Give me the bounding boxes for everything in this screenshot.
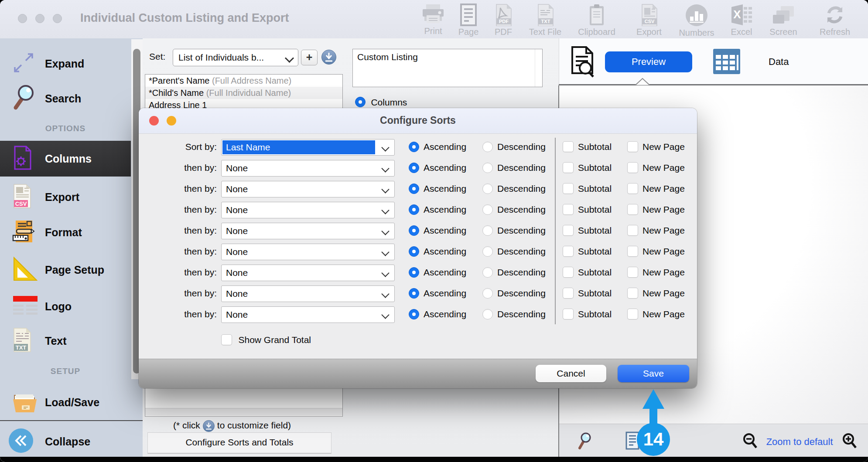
toolbar-refresh-button[interactable]: Refresh (814, 3, 856, 37)
search-icon (11, 83, 39, 114)
preview-status-bar: Zoom to default (559, 424, 868, 457)
show-grand-total-checkbox[interactable] (221, 334, 232, 345)
sidebar-item-collapse[interactable]: Collapse (0, 421, 131, 462)
descending-radio[interactable] (482, 246, 493, 257)
sort-field-value: None (222, 266, 375, 280)
columns-icon (11, 145, 34, 173)
ascending-radio[interactable] (409, 267, 419, 278)
subtotal-checkbox[interactable] (563, 246, 574, 257)
new-page-checkbox[interactable] (627, 162, 638, 173)
sort-field-select[interactable]: None (221, 181, 395, 197)
window-minimize-button[interactable] (35, 14, 44, 23)
sidebar-item-export[interactable]: CSV Export (0, 179, 131, 215)
subtotal-checkbox[interactable] (563, 141, 574, 152)
sidebar-item-columns[interactable]: Columns (0, 141, 131, 177)
txt-badge-text: TXT (541, 19, 550, 24)
ascending-radio[interactable] (409, 288, 419, 299)
chevron-down-icon (381, 248, 389, 256)
field-list-item[interactable]: *Child's Name (Full Individual Name) (145, 87, 342, 99)
sort-field-select[interactable]: None (221, 202, 395, 218)
ascending-radio[interactable] (409, 163, 419, 173)
descending-radio[interactable] (482, 288, 493, 299)
ascending-radio[interactable] (409, 204, 419, 215)
descending-radio[interactable] (482, 309, 493, 319)
columns-radio[interactable] (355, 97, 366, 107)
ascending-radio[interactable] (409, 183, 419, 194)
sidebar-item-page-setup[interactable]: Page Setup (0, 252, 131, 288)
save-button[interactable]: Save (618, 365, 689, 382)
customize-field-button[interactable] (321, 50, 336, 65)
cancel-button[interactable]: Cancel (536, 365, 606, 382)
zoom-out-icon[interactable] (742, 443, 758, 451)
window-zoom-button[interactable] (53, 14, 62, 23)
add-set-button[interactable]: + (301, 50, 318, 65)
window-close-button[interactable] (18, 14, 27, 23)
toolbar-pdf-button[interactable]: PDF PDF (482, 3, 524, 37)
subtotal-checkbox[interactable] (563, 288, 574, 299)
new-page-checkbox[interactable] (627, 288, 638, 299)
subtotal-checkbox[interactable] (563, 162, 574, 173)
descending-radio[interactable] (482, 225, 493, 236)
sort-field-select[interactable]: None (221, 265, 395, 281)
sidebar-item-format[interactable]: Format (0, 214, 131, 250)
new-page-checkbox[interactable] (627, 309, 638, 319)
toolbar-export-button[interactable]: CSV Export (628, 3, 670, 37)
sort-field-select[interactable]: None (221, 285, 395, 302)
zoom-to-default-link[interactable]: Zoom to default (766, 436, 833, 447)
sidebar-item-load-save[interactable]: Load/Save (0, 384, 131, 420)
download-circle-icon (203, 420, 215, 432)
configure-sorts-totals-button[interactable]: Configure Sorts and Totals (147, 432, 331, 454)
field-list-scrollbar[interactable] (145, 408, 342, 416)
ascending-radio[interactable] (409, 246, 419, 257)
sort-field-select[interactable]: None (221, 244, 395, 260)
toolbar-numbers-button[interactable]: Numbers (676, 3, 718, 38)
sidebar-item-expand[interactable]: Expand (0, 46, 131, 82)
descending-radio[interactable] (482, 142, 493, 152)
sidebar-item-text[interactable]: TXT Text (0, 323, 131, 359)
sort-field-select[interactable]: None (221, 223, 395, 239)
ascending-radio[interactable] (409, 142, 419, 152)
pdf-file-icon: PDF (482, 3, 524, 26)
descending-radio[interactable] (482, 267, 493, 278)
custom-listing-textarea[interactable]: Custom Listing (352, 49, 543, 87)
sort-field-select[interactable]: Last Name (221, 139, 395, 156)
new-page-checkbox[interactable] (627, 141, 638, 152)
sidebar-item-logo[interactable]: Logo (0, 289, 131, 324)
ascending-radio[interactable] (409, 309, 419, 319)
grand-total-row: Show Grand Total (221, 334, 311, 346)
new-page-checkbox[interactable] (627, 204, 638, 215)
new-page-checkbox[interactable] (627, 246, 638, 257)
sort-field-select[interactable]: None (221, 160, 395, 177)
new-page-checkbox[interactable] (627, 225, 638, 236)
tab-preview[interactable]: Preview (605, 51, 692, 72)
toolbar-screen-button[interactable]: Screen (762, 3, 804, 37)
toolbar-clipboard-button[interactable]: Clipboard (576, 3, 618, 37)
new-page-checkbox[interactable] (627, 183, 638, 194)
subtotal-checkbox[interactable] (563, 309, 574, 319)
clipboard-icon (576, 3, 618, 26)
new-page-checkbox[interactable] (627, 267, 638, 278)
subtotal-checkbox[interactable] (563, 267, 574, 278)
tab-data[interactable]: Data (769, 56, 789, 68)
descending-radio[interactable] (482, 163, 493, 173)
sort-field-select[interactable]: None (221, 306, 395, 323)
set-select[interactable]: List of Individuals b... (173, 49, 298, 66)
sort-rows: Sort by: Last Name Ascending Descending … (139, 137, 697, 325)
dialog-titlebar: Configure Sorts (139, 108, 697, 134)
subtotal-checkbox[interactable] (563, 183, 574, 194)
sort-field-value: None (222, 182, 375, 196)
subtotal-checkbox[interactable] (563, 225, 574, 236)
ascending-radio[interactable] (409, 225, 419, 236)
sidebar-item-search[interactable]: Search (0, 81, 131, 116)
chevron-down-icon (381, 227, 389, 235)
window-bottom-edge (0, 457, 868, 462)
subtotal-checkbox[interactable] (563, 204, 574, 215)
field-list-item[interactable]: *Parent's Name (Full Address Name) (145, 75, 342, 87)
descending-radio[interactable] (482, 204, 493, 215)
zoom-in-icon[interactable] (841, 443, 858, 451)
descending-radio[interactable] (482, 183, 493, 194)
sort-field-value: None (222, 245, 375, 259)
toolbar-text-file-button[interactable]: TXT Text File (524, 3, 566, 37)
toolbar-excel-button[interactable]: X Excel (721, 3, 762, 37)
magnifier-icon[interactable] (577, 431, 594, 452)
